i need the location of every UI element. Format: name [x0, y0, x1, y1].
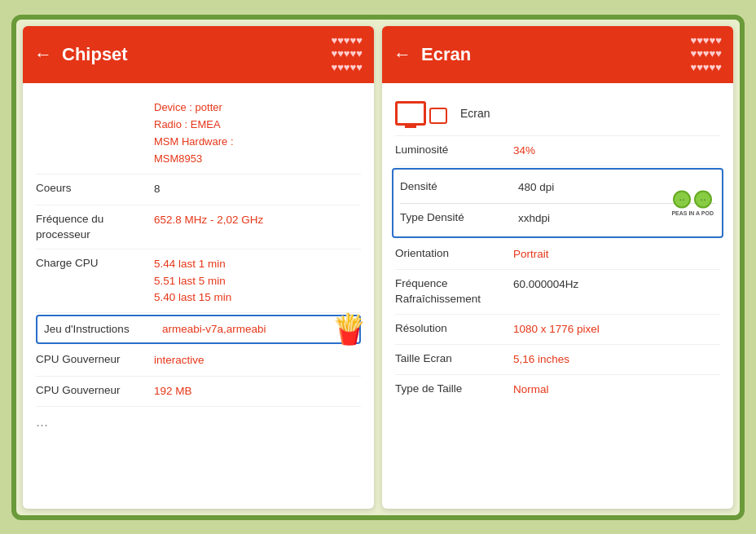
ecran-panel: ← Ecran ♥♥♥♥♥♥♥♥♥♥♥♥♥♥♥ Ecran Luminosité… — [382, 26, 733, 509]
chipset-panel: ← Chipset ♥♥♥♥♥♥♥♥♥♥♥♥♥♥♥ Device : potte… — [23, 26, 374, 509]
value-cpu-gouverneur-1: interactive — [154, 352, 361, 369]
ecran-title: Ecran — [421, 44, 690, 65]
label-densite: Densité — [400, 179, 518, 195]
label-frequence-rafraichissement: Fréquence Rafraîchissement — [395, 276, 513, 307]
monitor-small-icon — [429, 108, 447, 124]
value-charge-cpu: 5.44 last 1 min 5.51 last 5 min 5.40 las… — [154, 256, 361, 306]
label-type-densite: Type Densité — [400, 210, 518, 226]
peas-text: PEAS IN A POD — [671, 210, 714, 216]
row-luminosite: Luminosité 34% — [395, 136, 720, 166]
row-frequence: Fréquence du processeur 652.8 MHz - 2,02… — [36, 205, 361, 250]
row-coeurs: Coeurs 8 — [36, 174, 361, 205]
label-luminosite: Luminosité — [395, 143, 513, 158]
label-frequence: Fréquence du processeur — [36, 212, 154, 243]
peas-icon: PEAS IN A POD — [671, 191, 714, 216]
value-frequence-rafraichissement: 60.000004Hz — [513, 276, 720, 293]
device-info-block: Device : potter Radio : EMEA MSM Hardwar… — [36, 93, 361, 174]
value-orientation: Portrait — [513, 246, 720, 263]
label-orientation: Orientation — [395, 246, 513, 262]
row-densite: Densité 480 dpi — [400, 173, 715, 203]
value-frequence: 652.8 MHz - 2,02 GHz — [154, 212, 361, 228]
value-taille-ecran: 5,16 inches — [513, 351, 720, 368]
value-resolution: 1080 x 1776 pixel — [513, 321, 720, 338]
monitor-big-icon — [395, 101, 426, 126]
fries-icon: 🍟 — [331, 312, 367, 346]
row-resolution: Résolution 1080 x 1776 pixel — [395, 315, 720, 345]
device-info-msm-val: MSM8953 — [154, 151, 361, 168]
chipset-title: Chipset — [62, 44, 331, 65]
monitor-icon — [395, 101, 447, 126]
label-cpu-gouverneur-2: CPU Gouverneur — [36, 383, 154, 399]
row-cpu-gouverneur-1: CPU Gouverneur interactive — [36, 346, 361, 376]
label-charge-cpu: Charge CPU — [36, 256, 154, 271]
row-jeu-instructions: Jeu d'Instructions armeabi-v7a,armeabi 🍟 — [36, 315, 361, 344]
label-cpu-gouverneur-1: CPU Gouverneur — [36, 352, 154, 368]
label-jeu-instructions: Jeu d'Instructions — [44, 322, 162, 338]
ecran-back-button[interactable]: ← — [393, 44, 411, 65]
row-type-densite: Type Densité xxhdpi — [400, 204, 715, 233]
row-frequence-rafraichissement: Fréquence Rafraîchissement 60.000004Hz — [395, 270, 720, 315]
device-info-radio: Radio : EMEA — [154, 117, 361, 134]
row-taille-ecran: Taille Ecran 5,16 inches — [395, 345, 720, 375]
chipset-hearts: ♥♥♥♥♥♥♥♥♥♥♥♥♥♥♥ — [331, 34, 363, 76]
device-info-device: Device : potter — [154, 99, 361, 117]
chipset-body: Device : potter Radio : EMEA MSM Hardwar… — [23, 83, 374, 508]
label-type-taille: Type de Taille — [395, 382, 513, 397]
ecran-header: ← Ecran ♥♥♥♥♥♥♥♥♥♥♥♥♥♥♥ — [382, 26, 733, 84]
label-resolution: Résolution — [395, 321, 513, 337]
device-info-msm-hw: MSM Hardware : — [154, 134, 361, 151]
ecran-body: Ecran Luminosité 34% PEAS IN A POD — [382, 83, 733, 508]
value-luminosite: 34% — [513, 143, 720, 159]
screen-label-text: Ecran — [460, 107, 490, 120]
pea-2 — [694, 191, 712, 209]
row-charge-cpu: Charge CPU 5.44 last 1 min 5.51 last 5 m… — [36, 249, 361, 313]
value-type-taille: Normal — [513, 382, 720, 398]
label-coeurs: Coeurs — [36, 181, 154, 196]
row-type-taille: Type de Taille Normal — [395, 375, 720, 404]
chipset-header: ← Chipset ♥♥♥♥♥♥♥♥♥♥♥♥♥♥♥ — [23, 26, 374, 84]
screen-icon-row: Ecran — [395, 93, 720, 136]
row-cpu-gouverneur-2: CPU Gouverneur 192 MB — [36, 377, 361, 407]
value-jeu-instructions: armeabi-v7a,armeabi — [162, 321, 353, 338]
ecran-hearts: ♥♥♥♥♥♥♥♥♥♥♥♥♥♥♥ — [690, 34, 722, 76]
value-coeurs: 8 — [154, 181, 361, 197]
pea-1 — [673, 191, 691, 209]
value-cpu-gouverneur-2: 192 MB — [154, 383, 361, 399]
outer-border: ← Chipset ♥♥♥♥♥♥♥♥♥♥♥♥♥♥♥ Device : potte… — [11, 15, 745, 520]
more-dots: ... — [36, 407, 361, 437]
row-orientation: Orientation Portrait — [395, 240, 720, 270]
densite-group-highlighted: PEAS IN A POD Densité 480 dpi Type Densi… — [392, 168, 723, 238]
label-taille-ecran: Taille Ecran — [395, 351, 513, 367]
chipset-back-button[interactable]: ← — [34, 44, 52, 65]
